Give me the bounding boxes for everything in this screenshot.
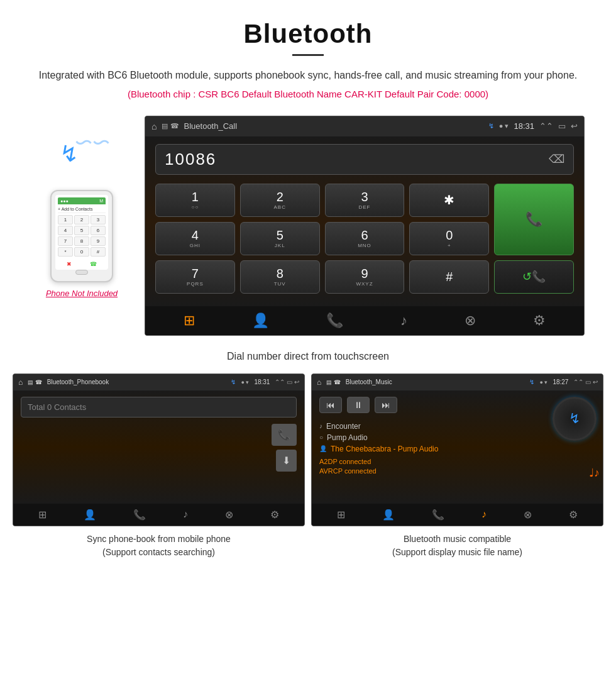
key-4[interactable]: 4 GHI (155, 222, 235, 255)
main-screen-wrapper: 〜〜 ↯ ●●● M + Add to Contacts 1 2 3 4 5 6 (0, 116, 616, 336)
nav-link-icon[interactable]: ⊗ (465, 313, 476, 329)
bluetooth-status-icon: ↯ (488, 122, 494, 130)
ms-status-right: ↯ ● ▾ 18:27 ⌃⌃ ▭ ↩ (529, 379, 598, 385)
call-green-button[interactable]: 📞 (494, 184, 574, 255)
ms-signal-dots: ● ▾ (539, 379, 547, 385)
key-1[interactable]: 1 ○○ (155, 184, 235, 217)
page-header: Bluetooth Integrated with BC6 Bluetooth … (0, 0, 616, 116)
window-icon: ▭ (558, 121, 566, 131)
track-name-2: Pump Audio (327, 433, 368, 442)
backspace-button[interactable]: ⌫ (549, 152, 564, 166)
download-contacts-button[interactable]: ⬇ (276, 450, 297, 472)
contacts-search-input[interactable]: Total 0 Contacts (21, 397, 297, 418)
nav-music-icon[interactable]: ♪ (400, 313, 407, 329)
car-dial-screen: ⌂ ▤ ☎ Bluetooth_Call ↯ ● ▾ 18:31 ⌃⌃ ▭ ↩ … (145, 116, 585, 336)
prev-button[interactable]: ⏮ (319, 397, 342, 413)
phone-key-4: 4 (58, 226, 73, 235)
phone-top-bar: ●●● M (58, 197, 106, 204)
ms-nav-call[interactable]: 📞 (432, 509, 444, 521)
nav-call-icon[interactable]: 📞 (326, 313, 343, 329)
key-7[interactable]: 7 PQRS (155, 260, 235, 294)
pb-nav-call[interactable]: 📞 (133, 509, 146, 521)
redial-button[interactable]: ↺📞 (494, 260, 574, 294)
music-section: ⌂ ▤ ☎ Bluetooth_Music ↯ ● ▾ 18:27 ⌃⌃ ▭ ↩… (311, 373, 603, 562)
ms-time: 18:27 (553, 379, 568, 385)
call-contact-button[interactable]: 📞 (272, 424, 297, 446)
phone-keypad: 1 2 3 4 5 6 7 8 9 * 0 # (58, 215, 106, 257)
phone-home-button (75, 270, 88, 275)
key-hash[interactable]: # (409, 260, 489, 294)
pb-nav-contacts[interactable]: 👤 (84, 509, 96, 521)
nav-contacts-icon[interactable]: 👤 (252, 313, 269, 329)
music-bottom-nav: ⊞ 👤 📞 ♪ ⊗ ⚙ (312, 504, 603, 526)
bottom-screens: ⌂ ▤ ☎ Bluetooth_Phonebook ↯ ● ▾ 18:31 ⌃⌃… (0, 373, 616, 574)
phone-contact-row: + Add to Contacts (58, 206, 106, 213)
music-screen: ⌂ ▤ ☎ Bluetooth_Music ↯ ● ▾ 18:27 ⌃⌃ ▭ ↩… (311, 373, 603, 526)
page-title: Bluetooth (38, 19, 578, 49)
key-6[interactable]: 6 MNO (325, 222, 405, 255)
ms-expand-icon: ⌃⌃ ▭ ↩ (573, 379, 598, 385)
call-icon: 📞 (525, 211, 542, 228)
phone-not-included-label: Phone Not Included (46, 289, 118, 298)
key-5[interactable]: 5 JKL (240, 222, 320, 255)
screen-app-title: Bluetooth_Call (184, 121, 238, 131)
phone-key-8: 8 (74, 236, 89, 246)
ms-nav-music[interactable]: ♪ (481, 509, 487, 520)
number-input-row: 10086 ⌫ (155, 144, 574, 175)
pb-nav-link[interactable]: ⊗ (225, 509, 233, 521)
ms-nav-link[interactable]: ⊗ (524, 509, 532, 521)
ms-nav-contacts[interactable]: 👤 (382, 509, 395, 521)
page-description: Integrated with BC6 Bluetooth module, su… (38, 67, 578, 84)
call-contact-icon: 📞 (278, 429, 290, 441)
track-name-1: Encounter (326, 422, 361, 431)
time-display: 18:31 (514, 121, 534, 131)
pb-home-icon: ⌂ (18, 378, 23, 387)
nav-dialpad-icon[interactable]: ⊞ (184, 313, 195, 329)
ms-status-left: ⌂ ▤ ☎ Bluetooth_Music (317, 378, 392, 387)
pb-nav-music[interactable]: ♪ (183, 509, 188, 520)
phonebook-content: Total 0 Contacts 📞 ⬇ (13, 390, 304, 504)
expand-icon: ⌃⌃ (539, 121, 553, 131)
pb-bt-icon: ↯ (231, 379, 236, 385)
phone-key-5: 5 (74, 226, 89, 235)
track-person-icon: 👤 (319, 445, 327, 452)
nav-settings-icon[interactable]: ⚙ (533, 313, 546, 329)
key-9[interactable]: 9 WXYZ (325, 260, 405, 294)
pb-nav-dialpad[interactable]: ⊞ (38, 509, 47, 521)
pb-signal-dots: ● ▾ (241, 379, 249, 385)
phone-key-9: 9 (91, 236, 106, 246)
pb-time: 18:31 (254, 379, 270, 385)
ms-nav-settings[interactable]: ⚙ (569, 509, 578, 521)
phone-key-6: 6 (91, 226, 106, 235)
phone-key-star: * (58, 247, 73, 257)
phonebook-caption: Sync phone-book from mobile phone (Suppo… (80, 526, 237, 562)
ms-app-title: Bluetooth_Music (346, 379, 392, 385)
ms-nav-dialpad[interactable]: ⊞ (337, 509, 345, 521)
phonebook-bottom-nav: ⊞ 👤 📞 ♪ ⊗ ⚙ (13, 504, 304, 526)
pb-nav-settings[interactable]: ⚙ (270, 509, 279, 521)
back-icon: ↩ (571, 121, 578, 131)
key-3[interactable]: 3 DEF (325, 184, 405, 217)
phone-bottom-bar: ✖ ☎ (58, 259, 106, 267)
status-right: ↯ ● ▾ 18:31 ⌃⌃ ▭ ↩ (488, 121, 578, 131)
redial-icon: ↺📞 (522, 270, 546, 284)
dial-content: 10086 ⌫ 1 ○○ 2 ABC 3 DEF ✱ (145, 136, 584, 306)
music-notes-icon: ♩♪ (589, 467, 600, 479)
phone-key-7: 7 (58, 236, 73, 246)
bluetooth-icon-area: 〜〜 ↯ (53, 128, 110, 179)
bluetooth-specs: (Bluetooth chip : CSR BC6 Default Blueto… (38, 89, 578, 99)
key-star[interactable]: ✱ (409, 184, 489, 217)
music-status-bar: ⌂ ▤ ☎ Bluetooth_Music ↯ ● ▾ 18:27 ⌃⌃ ▭ ↩ (312, 374, 603, 390)
bt-vinyl-symbol: ↯ (569, 411, 580, 427)
keypad-grid: 1 ○○ 2 ABC 3 DEF ✱ 📞 (155, 184, 574, 294)
phone-key-3: 3 (91, 215, 106, 224)
play-pause-button[interactable]: ⏸ (347, 397, 370, 413)
key-0-plus[interactable]: 0 + (409, 222, 489, 255)
key-8[interactable]: 8 TUV (240, 260, 320, 294)
next-button[interactable]: ⏭ (375, 397, 397, 413)
ms-bt-icon: ↯ (529, 379, 534, 385)
key-2[interactable]: 2 ABC (240, 184, 320, 217)
contacts-placeholder: Total 0 Contacts (28, 402, 86, 412)
track-item-3: 👤 The Cheebacabra - Pump Audio (319, 443, 595, 455)
contacts-action-buttons: 📞 ⬇ (21, 424, 297, 472)
